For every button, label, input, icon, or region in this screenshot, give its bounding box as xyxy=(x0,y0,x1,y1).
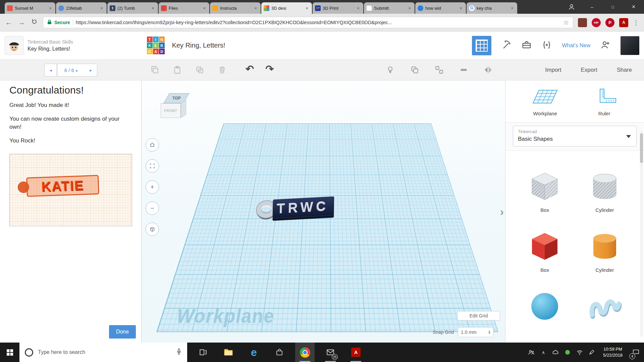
shapes-scrollbar[interactable] xyxy=(640,131,643,337)
whats-new-link[interactable]: What's New xyxy=(562,43,590,49)
scrollbar-thumb[interactable] xyxy=(640,133,643,163)
fit-view-button[interactable] xyxy=(146,159,159,173)
shape-sphere[interactable] xyxy=(528,290,561,323)
keyring-object-tag[interactable]: TRWC xyxy=(273,196,334,219)
undo-button[interactable] xyxy=(246,63,254,75)
file-explorer-button[interactable] xyxy=(219,343,238,362)
invite-user-icon[interactable] xyxy=(600,40,610,51)
url-omnibox[interactable]: Secure https://www.tinkercad.com/things/… xyxy=(43,17,573,28)
duplicate-button[interactable] xyxy=(195,65,204,76)
forward-button[interactable] xyxy=(17,19,25,26)
view-cube-side-face[interactable] xyxy=(181,100,186,118)
browser-tab[interactable]: t (2) Tumb xyxy=(107,2,158,14)
ruler-tool[interactable]: Ruler xyxy=(581,88,628,116)
tab-close-icon[interactable] xyxy=(202,6,207,11)
import-button[interactable]: Import xyxy=(545,67,561,73)
window-close-button[interactable] xyxy=(623,0,644,14)
browser-tab[interactable]: how wid xyxy=(415,2,466,14)
3d-editor-mode-button[interactable] xyxy=(472,36,491,55)
url-text[interactable]: https://www.tinkercad.com/things/encm9Zp… xyxy=(76,20,560,25)
bookmark-star-icon[interactable] xyxy=(563,19,569,26)
keyring-object-letters[interactable]: TRWC xyxy=(277,198,329,216)
browser-tab[interactable]: Instructa xyxy=(210,2,261,14)
minecraft-export-icon[interactable] xyxy=(501,40,512,51)
taskbar-clock[interactable]: 10:59 PM 5/22/2018 xyxy=(598,346,628,358)
ungroup-button[interactable] xyxy=(435,65,444,76)
tab-close-icon[interactable] xyxy=(253,6,258,11)
browser-menu-icon[interactable] xyxy=(633,19,639,26)
extension-adblock-plus-icon[interactable]: ABP xyxy=(592,18,601,27)
design-title[interactable]: Key Ring, Letters! xyxy=(172,42,225,49)
tab-close-icon[interactable] xyxy=(407,6,412,11)
codeblocks-icon[interactable] xyxy=(542,40,552,51)
shape-box[interactable]: Box xyxy=(528,230,561,273)
next-step-button[interactable] xyxy=(85,64,97,76)
shape-cylinder[interactable]: Cylinder xyxy=(588,230,622,273)
pen-settings-icon[interactable] xyxy=(586,343,598,362)
group-button[interactable] xyxy=(410,65,419,76)
show-all-button[interactable] xyxy=(386,65,395,76)
window-maximize-button[interactable] xyxy=(602,0,623,14)
hidden-icons-chevron[interactable] xyxy=(537,343,549,362)
mail-button[interactable]: 25 xyxy=(321,343,340,362)
share-button[interactable]: Share xyxy=(617,67,632,73)
shape-cylinder-hole[interactable]: Cylinder xyxy=(588,170,622,213)
browser-profile-icon[interactable] xyxy=(561,3,582,11)
shape-box-hole[interactable]: Box xyxy=(528,170,561,213)
people-icon[interactable] xyxy=(525,343,537,362)
edit-grid-button[interactable]: Edit Grid xyxy=(457,311,500,320)
chrome-button[interactable] xyxy=(295,343,315,362)
extension-ublock-icon[interactable] xyxy=(578,18,587,27)
tab-close-icon[interactable] xyxy=(509,6,515,11)
redo-button[interactable] xyxy=(265,63,274,75)
snap-grid-select[interactable]: 1.0 mm xyxy=(458,327,493,337)
action-center-button[interactable]: 4 xyxy=(628,343,644,362)
microphone-icon[interactable] xyxy=(176,348,182,357)
antivirus-status-icon[interactable] xyxy=(561,343,574,362)
workplane-tool[interactable]: Workplane xyxy=(522,88,569,116)
browser-tab-active[interactable]: 3D desi xyxy=(261,2,312,14)
view-cube-front-face[interactable]: FRONT xyxy=(161,103,181,118)
done-button[interactable]: Done xyxy=(109,325,136,339)
browser-tab[interactable]: G key cha xyxy=(467,2,517,14)
home-view-button[interactable] xyxy=(146,138,159,152)
paste-button[interactable] xyxy=(173,65,182,76)
store-button[interactable] xyxy=(270,343,289,362)
browser-tab[interactable]: Sunset M xyxy=(5,2,55,14)
tab-close-icon[interactable] xyxy=(458,6,464,11)
collapse-shapes-panel-handle[interactable] xyxy=(500,205,504,218)
extension-pinterest-icon[interactable]: P xyxy=(605,18,614,27)
account-avatar[interactable] xyxy=(621,36,639,55)
edge-button[interactable] xyxy=(244,343,264,362)
align-button[interactable] xyxy=(459,65,468,76)
zoom-in-button[interactable] xyxy=(146,180,159,194)
brick-export-icon[interactable] xyxy=(522,40,532,51)
taskbar-search-box[interactable]: Type here to search xyxy=(19,343,187,362)
delete-button[interactable] xyxy=(218,65,227,76)
3d-viewport[interactable]: Workplane TOP FRONT xyxy=(142,80,505,343)
workplane-grid[interactable]: Workplane xyxy=(156,123,498,332)
export-button[interactable]: Export xyxy=(581,67,597,73)
mirror-button[interactable] xyxy=(484,65,493,76)
copy-button[interactable] xyxy=(150,65,159,76)
shape-library-dropdown[interactable]: Tinkercad Basic Shapes xyxy=(513,126,637,146)
extension-adobe-icon[interactable]: A xyxy=(619,18,628,27)
previous-step-button[interactable] xyxy=(44,64,57,76)
browser-tab[interactable]: Files xyxy=(159,2,209,14)
tinkercad-logo[interactable]: T I N K E R C A D xyxy=(147,37,165,54)
shape-scribble[interactable] xyxy=(588,290,622,323)
start-button[interactable] xyxy=(0,343,19,362)
window-minimize-button[interactable] xyxy=(582,0,602,14)
zoom-out-button[interactable] xyxy=(146,201,159,215)
reload-button[interactable] xyxy=(30,18,38,26)
tab-close-icon[interactable] xyxy=(356,6,361,11)
browser-tab[interactable]: UF 3D Print xyxy=(313,2,363,14)
spinner-carets-icon[interactable] xyxy=(489,330,491,334)
network-icon[interactable] xyxy=(574,343,586,362)
task-view-button[interactable] xyxy=(193,343,213,362)
step-indicator[interactable]: 6 / 6 xyxy=(57,64,85,76)
back-button[interactable] xyxy=(5,19,13,26)
tab-close-icon[interactable] xyxy=(304,6,310,11)
perspective-toggle-button[interactable] xyxy=(146,223,159,236)
lesson-avatar[interactable] xyxy=(5,36,23,55)
